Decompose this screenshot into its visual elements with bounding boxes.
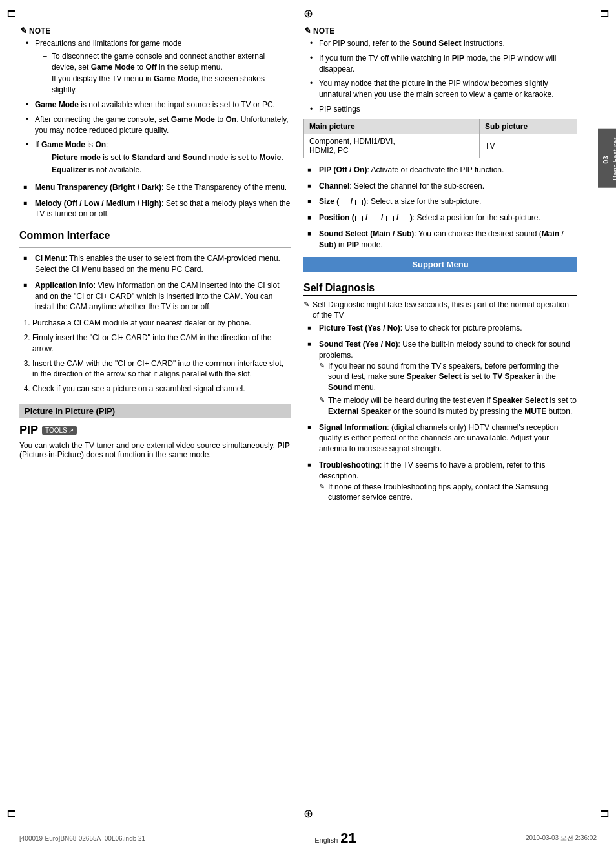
pos-sym-4 <box>402 216 409 221</box>
footer-page-number: 21 <box>340 830 356 847</box>
app-info-item: Application Info: View information on th… <box>23 280 291 313</box>
note1-item-2: Game Mode is not available when the inpu… <box>26 99 291 110</box>
note-icon-1: ✎ <box>19 26 26 36</box>
pip-table-cell-main-1: Component, HDMI1/DVI,HDMI2, PC <box>304 134 480 158</box>
content-area: ✎ NOTE Precautions and limitations for g… <box>0 26 616 508</box>
note1-sub-1: To disconnect the game console and conne… <box>35 51 291 96</box>
note1-item-4: If Game Mode is On: Picture mode is set … <box>26 139 291 175</box>
footer-english: English <box>314 836 338 844</box>
note-title-2: ✎ NOTE <box>303 26 577 36</box>
reg-mark-right-top: ⊐ <box>600 6 610 21</box>
pip-table-header-main: Main picture <box>304 119 480 134</box>
note2-item-2: If you turn the TV off while watching in… <box>310 53 577 75</box>
tools-icon: ↗ <box>68 427 74 434</box>
square-item-2: Melody (Off / Low / Medium / High): Set … <box>23 198 291 220</box>
footer: [400019-Euro]BN68-02655A–00L06.indb 21 E… <box>0 830 616 847</box>
ci-numbered-list: Purchase a CI CAM module at your nearest… <box>19 318 291 395</box>
pip-table-cell-sub-1: TV <box>480 134 577 158</box>
tools-label: TOOLS <box>45 427 67 434</box>
note2-item-3: You may notice that the picture in the P… <box>310 78 577 100</box>
reg-mark-bottom: ⊕ <box>303 807 313 821</box>
note-block-2: ✎ NOTE For PIP sound, refer to the Sound… <box>303 26 577 158</box>
pip-func-4: Position ( / / / ): Select a position fo… <box>307 212 577 223</box>
support-menu-heading: Support Menu <box>303 257 577 272</box>
footer-timestamp: 2010-03-03 오전 2:36:02 <box>526 834 597 843</box>
ci-step-1: Purchase a CI CAM module at your nearest… <box>32 318 291 329</box>
pos-sym-2 <box>371 216 378 221</box>
square-list-1: Menu Transparency (Bright / Dark): Se t … <box>19 182 291 220</box>
reg-mark-top: ⊕ <box>303 6 313 21</box>
footer-page: English 21 <box>314 830 356 847</box>
chapter-tab: 03 Basic Features <box>598 129 616 188</box>
tools-badge: TOOLS ↗ <box>42 426 77 435</box>
ci-step-2: Firmly insert the "CI or CI+ CARD" into … <box>32 333 291 355</box>
pip-func-2: Channel: Select the channel for the sub-… <box>307 181 577 192</box>
pos-sym-3 <box>386 216 394 221</box>
note1-sub-1a: To disconnect the game console and conne… <box>43 51 291 73</box>
note1-list: Precautions and limitations for game mod… <box>19 38 291 176</box>
size-sym-1 <box>340 200 347 205</box>
self-diagnosis-heading: Self Diagnosis <box>303 282 577 296</box>
ci-step-3: Insert the CAM with the "CI or CI+ CARD"… <box>32 358 291 380</box>
note-icon-2: ✎ <box>303 26 311 36</box>
ci-menu-item: CI Menu: This enables the user to select… <box>23 253 291 275</box>
page: ⊕ ⊏ ⊐ 03 Basic Features ✎ NOTE Precautio… <box>0 0 616 853</box>
pip-functions-list: PIP (Off / On): Activate or deactivate t… <box>303 165 577 251</box>
pip-description: You can watch the TV tuner and one exter… <box>19 441 291 459</box>
right-column: ✎ NOTE For PIP sound, refer to the Sound… <box>303 26 597 508</box>
sd-item-4: Troubleshooting: If the TV seems to have… <box>307 460 577 503</box>
common-interface-heading: Common Interface <box>19 230 291 243</box>
square-item-1: Menu Transparency (Bright / Dark): Se t … <box>23 182 291 193</box>
pip-table: Main picture Sub picture Component, HDMI… <box>303 119 577 158</box>
pip-tools-row: PIP TOOLS ↗ <box>19 424 77 437</box>
note-label-1: NOTE <box>29 26 50 36</box>
sd-sound-note-2: The melody will be heard during the test… <box>319 395 577 417</box>
footer-file: [400019-Euro]BN68-02655A–00L06.indb 21 <box>19 835 145 842</box>
note2-list: For PIP sound, refer to the Sound Select… <box>303 38 577 115</box>
ci-step-4: Check if you can see a picture on a scra… <box>32 384 291 395</box>
note2-item-4: PIP settings <box>310 104 577 115</box>
note-title-1: ✎ NOTE <box>19 26 291 36</box>
sd-item-3: Signal Information: (digital channels on… <box>307 422 577 455</box>
self-diagnosis-note: Self Diagnostic might take few seconds, … <box>303 300 577 322</box>
note1-item-3: After connecting the game console, set G… <box>26 114 291 136</box>
pip-table-row-1: Component, HDMI1/DVI,HDMI2, PC TV <box>304 134 577 158</box>
self-diagnosis-list: Picture Test (Yes / No): Use to check fo… <box>303 323 577 503</box>
note1-sub-1b: If you display the TV menu in Game Mode,… <box>43 74 291 96</box>
reg-mark-left-top: ⊏ <box>6 6 16 21</box>
pip-func-1: PIP (Off / On): Activate or deactivate t… <box>307 165 577 176</box>
pos-sym-1 <box>355 216 363 221</box>
note1-sub-4a: Picture mode is set to Standard and Soun… <box>43 152 291 163</box>
chapter-number: 03 <box>602 156 610 163</box>
pip-func-5: Sound Select (Main / Sub): You can choos… <box>307 229 577 251</box>
note2-item-1: For PIP sound, refer to the Sound Select… <box>310 38 577 49</box>
common-interface-rule <box>19 247 291 248</box>
note-label-2: NOTE <box>313 26 334 36</box>
left-column: ✎ NOTE Precautions and limitations for g… <box>19 26 291 508</box>
note1-sub-4b: Equalizer is not available. <box>43 165 291 176</box>
note1-sub-4: Picture mode is set to Standard and Soun… <box>35 152 291 176</box>
reg-mark-left-bottom: ⊏ <box>6 807 16 821</box>
pip-table-header-sub: Sub picture <box>480 119 577 134</box>
pip-label: PIP <box>19 424 38 437</box>
chapter-label: Basic Features <box>612 137 616 180</box>
pip-func-3: Size ( / ): Select a size for the sub-pi… <box>307 196 577 207</box>
sd-trouble-note-1: If none of these troubleshooting tips ap… <box>319 482 577 504</box>
reg-mark-right-bottom: ⊐ <box>600 807 610 821</box>
sd-sound-note-1: If you hear no sound from the TV's speak… <box>319 361 577 393</box>
size-sym-2 <box>355 200 363 205</box>
note-block-1: ✎ NOTE Precautions and limitations for g… <box>19 26 291 176</box>
note1-item-1: Precautions and limitations for game mod… <box>26 38 291 96</box>
sd-item-1: Picture Test (Yes / No): Use to check fo… <box>307 323 577 334</box>
pip-section-heading: Picture In Picture (PIP) <box>19 404 291 418</box>
common-interface-list: CI Menu: This enables the user to select… <box>19 253 291 313</box>
sd-item-2: Sound Test (Yes / No): Use the built-in … <box>307 339 577 417</box>
